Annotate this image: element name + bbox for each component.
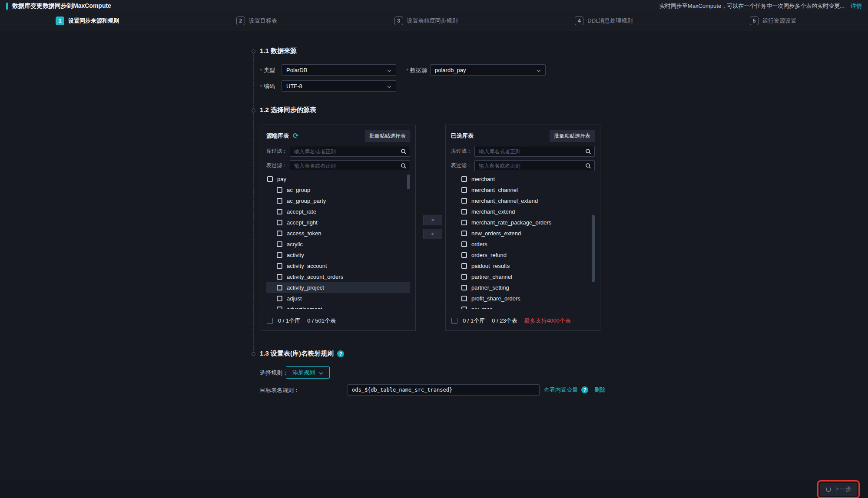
- tree-row[interactable]: ac_group: [266, 185, 410, 195]
- selected-db-filter-label: 库过滤：: [451, 148, 474, 155]
- row-checkbox[interactable]: [461, 241, 467, 247]
- row-checkbox[interactable]: [461, 263, 467, 269]
- table-name: merchant_rate_package_orders: [471, 219, 551, 226]
- table-name: merchant_extend: [471, 208, 515, 215]
- refresh-icon[interactable]: ⟳: [293, 132, 298, 139]
- required-asterisk: *: [406, 67, 408, 74]
- row-checkbox[interactable]: [461, 198, 467, 204]
- tree-row[interactable]: merchant_extend: [451, 206, 595, 217]
- search-icon[interactable]: [401, 163, 407, 170]
- datasource-select[interactable]: polardb_pay: [430, 64, 546, 76]
- selected-batch-paste-button[interactable]: 批量粘贴选择表: [550, 130, 595, 142]
- source-select-all-checkbox[interactable]: [267, 318, 273, 324]
- tree-row[interactable]: activity_project: [266, 282, 410, 293]
- tree-row[interactable]: merchant_channel: [451, 185, 595, 195]
- row-checkbox[interactable]: [277, 220, 282, 225]
- source-db-count: 0 / 1个库: [278, 317, 300, 325]
- row-checkbox[interactable]: [277, 241, 282, 247]
- source-db-filter-input[interactable]: [290, 148, 410, 155]
- source-table-count: 0 / 501个表: [307, 317, 336, 325]
- row-checkbox[interactable]: [277, 263, 282, 269]
- row-checkbox[interactable]: [461, 285, 467, 290]
- wizard-step[interactable]: 1 设置同步来源和规则: [56, 16, 119, 25]
- wizard-step[interactable]: 5 运行资源设置: [750, 16, 796, 25]
- tree-row[interactable]: activity_account: [266, 261, 410, 271]
- tree-row[interactable]: orders_refund: [451, 250, 595, 261]
- row-checkbox[interactable]: [277, 285, 282, 290]
- details-link[interactable]: 详情: [851, 2, 862, 10]
- row-checkbox[interactable]: [461, 209, 467, 214]
- target-table-rule-input[interactable]: [348, 384, 540, 396]
- row-checkbox[interactable]: [461, 220, 467, 225]
- tree-row[interactable]: accept_right: [266, 217, 410, 228]
- add-rule-button[interactable]: 添加规则: [286, 366, 330, 379]
- tree-row[interactable]: activity_acount_orders: [266, 271, 410, 282]
- question-icon[interactable]: ?: [581, 386, 588, 393]
- table-name: access_token: [287, 230, 321, 237]
- timeline-dot-3: [252, 352, 255, 356]
- row-checkbox[interactable]: [277, 187, 282, 193]
- selected-select-all-checkbox[interactable]: [451, 318, 457, 324]
- wizard-step[interactable]: 2 设置目标表: [236, 16, 277, 25]
- selected-panel-title: 已选库表: [451, 132, 474, 140]
- row-checkbox[interactable]: [277, 198, 282, 204]
- step-bar: 1 设置同步来源和规则 2 设置目标表 3 设置表粒度同步规则 4 DDL消息处…: [0, 12, 868, 30]
- page-title: 数据库变更数据同步到MaxCompute: [12, 2, 111, 10]
- search-icon[interactable]: [401, 148, 407, 156]
- row-checkbox[interactable]: [267, 176, 273, 182]
- row-checkbox[interactable]: [277, 296, 282, 301]
- timeline-dot-2: [252, 109, 255, 112]
- tree-row[interactable]: pay: [266, 174, 410, 185]
- source-batch-paste-button[interactable]: 批量粘贴选择表: [365, 130, 410, 142]
- tree-row[interactable]: partner_setting: [451, 282, 595, 293]
- row-checkbox[interactable]: [277, 274, 282, 280]
- tree-row[interactable]: merchant_rate_package_orders: [451, 217, 595, 228]
- step-label: 运行资源设置: [762, 17, 796, 25]
- row-checkbox[interactable]: [277, 307, 282, 309]
- row-checkbox[interactable]: [461, 307, 467, 309]
- tree-row[interactable]: paidout_results: [451, 261, 595, 271]
- row-checkbox[interactable]: [277, 252, 282, 258]
- tree-row[interactable]: accept_rate: [266, 206, 410, 217]
- row-checkbox[interactable]: [461, 187, 467, 193]
- wizard-step[interactable]: 4 DDL消息处理规则: [575, 16, 633, 25]
- tree-row[interactable]: activity: [266, 250, 410, 261]
- row-checkbox[interactable]: [461, 296, 467, 301]
- type-select[interactable]: PolarDB: [282, 64, 396, 76]
- row-checkbox[interactable]: [461, 231, 467, 236]
- source-scrollbar-thumb[interactable]: [407, 175, 410, 189]
- tree-row[interactable]: acrylic: [266, 239, 410, 250]
- tree-row[interactable]: merchant: [451, 174, 595, 185]
- selected-scrollbar-thumb[interactable]: [592, 215, 595, 282]
- tree-row[interactable]: orders: [451, 239, 595, 250]
- wizard-step[interactable]: 3 设置表粒度同步规则: [394, 16, 458, 25]
- tree-row[interactable]: merchant_channel_extend: [451, 195, 595, 206]
- tree-row[interactable]: ac_group_party: [266, 195, 410, 206]
- selected-table-filter-input[interactable]: [475, 163, 594, 169]
- tree-row[interactable]: advertisement: [266, 304, 410, 309]
- timeline-line: [253, 53, 254, 355]
- move-right-button[interactable]: >: [423, 215, 442, 225]
- selected-db-filter-input[interactable]: [475, 148, 594, 155]
- table-name: adjust: [287, 295, 302, 302]
- tree-row[interactable]: access_token: [266, 228, 410, 239]
- row-checkbox[interactable]: [461, 274, 467, 280]
- row-checkbox[interactable]: [461, 252, 467, 258]
- move-left-button[interactable]: <: [423, 229, 442, 239]
- row-checkbox[interactable]: [277, 231, 282, 236]
- next-step-button[interactable]: 下一步: [820, 483, 857, 496]
- tree-row[interactable]: ryx_mcc: [451, 304, 595, 309]
- encoding-select[interactable]: UTF-8: [282, 80, 396, 92]
- question-icon[interactable]: ?: [337, 350, 344, 357]
- row-checkbox[interactable]: [277, 209, 282, 214]
- search-icon[interactable]: [585, 163, 591, 170]
- tree-row[interactable]: profit_share_orders: [451, 293, 595, 304]
- tree-row[interactable]: partner_channel: [451, 271, 595, 282]
- source-table-filter-input[interactable]: [290, 163, 410, 169]
- view-builtin-vars-link[interactable]: 查看内置变量: [544, 386, 578, 394]
- delete-rule-link[interactable]: 删除: [594, 386, 606, 394]
- tree-row[interactable]: adjust: [266, 293, 410, 304]
- search-icon[interactable]: [585, 148, 591, 156]
- row-checkbox[interactable]: [461, 176, 467, 182]
- tree-row[interactable]: new_orders_extend: [451, 228, 595, 239]
